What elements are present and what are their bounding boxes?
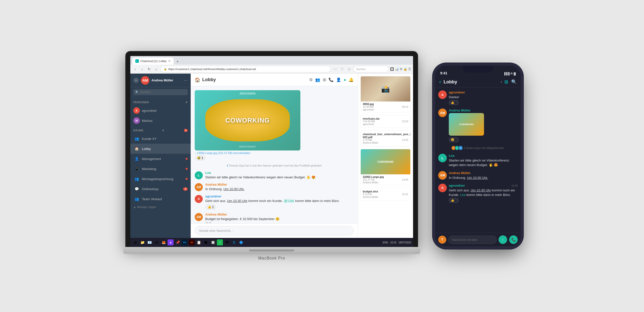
- panel-coworking-name: 22082-Large.jpg: [363, 175, 408, 178]
- phone-andrea-text-2: In Ordnung. Um 10.00 Uhr.: [449, 176, 518, 180]
- panel-coworking-info: 22082-Large.jpg 231.37 KB 14:56 Andrea M…: [361, 174, 410, 185]
- outlook-icon[interactable]: 📧: [146, 239, 152, 245]
- sidebar-item-management[interactable]: 👤 Management: [130, 154, 191, 164]
- file-download-link[interactable]: 22082-Large.jpg (231.37 KB) herunterlade…: [195, 151, 354, 154]
- phone-lea-avatar: L: [438, 154, 447, 162]
- phone-input[interactable]: Nachricht senden: [448, 236, 497, 244]
- phone-reaction-2[interactable]: 😃 1: [449, 137, 459, 142]
- raeume-section-header: Räume + 2: [130, 126, 191, 134]
- phone-messages: A agrundner Danke! 👍 1 AM Andrea Müller …: [435, 87, 521, 233]
- app6-icon[interactable]: ◈: [168, 239, 174, 245]
- andrea-text-2: Budget ist freigegeben. € 10.500 bis Sep…: [205, 217, 354, 221]
- search-bar[interactable]: Suchen: [353, 66, 389, 72]
- search-icon: 🔍: [135, 91, 139, 94]
- search-icon-phone[interactable]: 🔍: [511, 79, 517, 85]
- filezilla-icon[interactable]: ⬢: [203, 239, 209, 245]
- phone-andrea-avatar-1: AM: [438, 109, 447, 117]
- ext-icon-3[interactable]: ⚙: [400, 67, 403, 71]
- sidebar-menu-btn[interactable]: ⋯: [184, 78, 188, 83]
- members-icon[interactable]: 👥: [315, 77, 320, 82]
- phone-call-btn[interactable]: 📞: [509, 235, 518, 244]
- app10-icon[interactable]: 📋: [196, 239, 202, 245]
- sidebar-item-agrundner[interactable]: A agrundner: [130, 106, 191, 116]
- ps-icon[interactable]: Ps: [182, 239, 188, 245]
- grid-icon[interactable]: ⊞: [323, 77, 326, 82]
- add-room-btn[interactable]: +: [162, 128, 164, 133]
- back-btn[interactable]: ‹: [132, 66, 138, 72]
- sidebar-item-marketing[interactable]: 📱 Marketing: [130, 164, 191, 174]
- ext-icon-4[interactable]: 🔒: [404, 67, 407, 71]
- panel-photo-uploader: agrundner: [363, 108, 374, 111]
- home-btn[interactable]: ⌂: [153, 66, 159, 72]
- ext-icon-2[interactable]: 📊: [395, 67, 399, 71]
- ai-icon[interactable]: Ai: [189, 239, 195, 245]
- panel-photo-time: 00:10: [402, 106, 408, 108]
- reload-btn[interactable]: ↻: [146, 66, 152, 72]
- phone-andrea-avatar-2: AM: [438, 171, 447, 180]
- phone-reaction-3[interactable]: 👍 1: [449, 198, 459, 203]
- explorer-icon[interactable]: 📁: [139, 239, 145, 245]
- taskbar-lang: ENG: [383, 241, 388, 244]
- active-tab[interactable]: C Chatcloud [1] | Lobby ✕: [132, 58, 174, 65]
- sidebar-search[interactable]: 🔍: [130, 87, 191, 97]
- ext-icon-1[interactable]: 🔲: [390, 67, 394, 71]
- phone-agrundner-avatar: A: [438, 90, 447, 99]
- grid-icon-phone[interactable]: ⊞: [504, 79, 508, 85]
- menu-btn[interactable]: ⋯: [332, 66, 338, 72]
- sidebar-item-kunde-xy[interactable]: 👥 Kunde XY: [130, 134, 191, 144]
- panel-coworking-author: Andrea Müller: [363, 181, 408, 184]
- add-person-btn[interactable]: +: [185, 100, 188, 105]
- tab-close-btn[interactable]: ✕: [168, 59, 171, 63]
- maps-icon[interactable]: 🗺: [224, 239, 230, 245]
- emoji-reaction-2[interactable]: 👍 1: [205, 204, 216, 210]
- reaction-emoji-1: 🤣: [197, 156, 201, 160]
- sidebar-item-team-verkauf[interactable]: 👥 Team Verkauf: [130, 194, 191, 204]
- star-btn[interactable]: ☆: [346, 66, 352, 72]
- spotify-icon[interactable]: ♪: [217, 239, 223, 245]
- sidebar-item-markus[interactable]: M Markus: [130, 116, 191, 126]
- settings-icon[interactable]: ⚙: [309, 77, 313, 82]
- panel-coworking-thumb: COWORKING: [361, 149, 410, 174]
- marketing-dot: [186, 168, 188, 170]
- sidebar-item-montagsbesprechung[interactable]: 👥 Montagsbesprechung: [130, 174, 191, 184]
- forward-btn[interactable]: ›: [139, 66, 145, 72]
- app16-icon[interactable]: 🔷: [238, 239, 244, 245]
- back-btn[interactable]: ‹: [439, 79, 441, 85]
- address-bar[interactable]: 🔒 https://customer1.chatcloud.net/#/room…: [160, 66, 331, 72]
- sidebar-item-onlineshop[interactable]: 💬 Onlineshop 2: [130, 184, 191, 194]
- new-tab-btn[interactable]: +: [174, 59, 181, 65]
- phone-icon[interactable]: 📞: [329, 77, 334, 82]
- show-less-btn[interactable]: ▲ Weniger zeigen: [130, 204, 191, 210]
- chat-header-actions: ⚙ 👥 ⊞ 📞 👤 ● 🔔: [309, 77, 354, 82]
- phone-andrea-content-2: Andrea Müller In Ordnung. Um 10.00 Uhr.: [449, 171, 518, 180]
- panel-budget-name: budget.xlsx: [363, 190, 408, 193]
- bell-icon[interactable]: 🔔: [349, 77, 354, 82]
- agrundner-avatar: A: [133, 107, 140, 114]
- sidebar-item-lobby[interactable]: 🏠 Lobby: [130, 144, 191, 154]
- tab-favicon: C: [135, 59, 139, 63]
- skype-icon[interactable]: S: [231, 239, 237, 245]
- phone-send-btn[interactable]: ↑: [499, 235, 507, 244]
- chat-input[interactable]: Sende eine Nachricht...: [195, 226, 354, 235]
- reaction-count-1: 1: [202, 156, 203, 160]
- phone-reaction-1[interactable]: 👍 1: [449, 100, 459, 105]
- reaction-emoji-2: 👍: [208, 205, 211, 209]
- app12-icon[interactable]: 🔲: [210, 239, 216, 245]
- search-input[interactable]: [133, 89, 188, 95]
- firefox-icon[interactable]: 🦊: [160, 239, 167, 245]
- user-icon[interactable]: 👤: [336, 77, 341, 82]
- add-room-btn[interactable]: +: [133, 78, 139, 83]
- lea-text: Starten wir bitte gleich ne Videokonfere…: [205, 175, 354, 180]
- montagsbesprechung-icon: 👥: [133, 176, 140, 182]
- active-icon[interactable]: ●: [344, 78, 346, 82]
- emoji-reaction-1[interactable]: 🤣 1: [195, 155, 206, 161]
- chevron-up-icon: ▲: [133, 205, 136, 209]
- app7-icon[interactable]: 📌: [175, 239, 181, 245]
- taskbar-time: 16:32: [390, 241, 396, 244]
- phone-header-actions: ⊞ 🔍: [504, 79, 517, 85]
- word-icon[interactable]: W: [153, 239, 159, 245]
- windows-btn[interactable]: ⊞: [132, 239, 138, 245]
- bookmarks-btn[interactable]: ♡: [339, 66, 345, 72]
- ext-icon-5[interactable]: ☰: [408, 67, 411, 71]
- chat-title: Lobby: [202, 77, 307, 82]
